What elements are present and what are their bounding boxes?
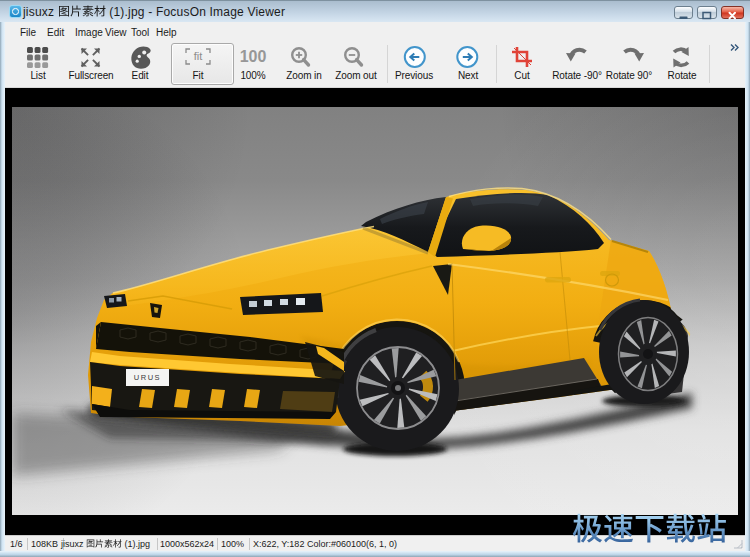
svg-text:URUS: URUS xyxy=(134,373,161,382)
svg-text:100: 100 xyxy=(240,48,267,65)
svg-text:fit: fit xyxy=(194,50,203,62)
